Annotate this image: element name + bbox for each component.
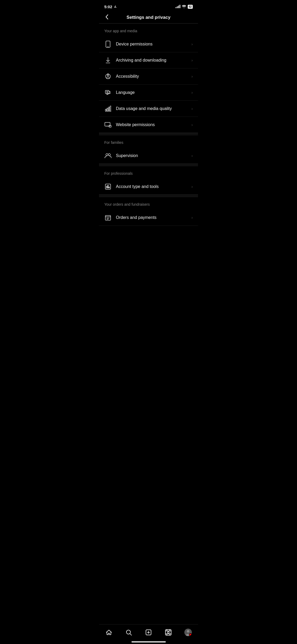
download-icon bbox=[104, 57, 112, 64]
data-usage-label: Data usage and media quality bbox=[116, 106, 172, 111]
svg-rect-27 bbox=[105, 215, 111, 220]
website-permissions-label: Website permissions bbox=[116, 122, 155, 127]
svg-line-9 bbox=[109, 77, 109, 78]
section-title-orders: Your orders and fundraisers bbox=[99, 197, 198, 210]
accessibility-label: Accessibility bbox=[116, 74, 139, 79]
chevron-icon: › bbox=[191, 58, 193, 62]
svg-rect-0 bbox=[106, 41, 110, 47]
svg-line-8 bbox=[107, 77, 107, 78]
website-icon bbox=[104, 121, 112, 128]
supervision-label: Supervision bbox=[116, 153, 138, 158]
svg-rect-25 bbox=[108, 185, 109, 188]
back-button[interactable] bbox=[104, 13, 110, 22]
svg-point-22 bbox=[108, 154, 110, 156]
svg-rect-26 bbox=[109, 187, 110, 188]
menu-item-accessibility[interactable]: Accessibility › bbox=[99, 68, 198, 85]
section-divider-2 bbox=[99, 164, 198, 166]
menu-item-orders-payments[interactable]: Orders and payments › bbox=[99, 210, 198, 226]
status-bar: 5:02 62 bbox=[99, 0, 198, 12]
signal-icon bbox=[176, 5, 180, 8]
data-usage-icon bbox=[104, 105, 112, 112]
section-title-app-media: Your app and media bbox=[99, 24, 198, 36]
status-time: 5:02 bbox=[104, 4, 117, 9]
svg-rect-23 bbox=[105, 184, 111, 189]
section-title-families: For families bbox=[99, 135, 198, 148]
status-icons: 62 bbox=[176, 5, 193, 9]
svg-point-21 bbox=[106, 154, 108, 156]
language-label: Language bbox=[116, 90, 135, 95]
svg-rect-17 bbox=[110, 106, 111, 111]
menu-item-supervision[interactable]: Supervision › bbox=[99, 148, 198, 164]
orders-payments-label: Orders and payments bbox=[116, 215, 157, 220]
chevron-icon: › bbox=[191, 154, 193, 158]
page-header: Settings and privacy bbox=[99, 12, 198, 24]
archiving-label: Archiving and downloading bbox=[116, 58, 166, 63]
chevron-icon: › bbox=[191, 74, 193, 79]
supervision-icon bbox=[104, 152, 112, 159]
chevron-icon: › bbox=[191, 90, 193, 95]
device-permissions-label: Device permissions bbox=[116, 42, 153, 47]
menu-item-data-usage[interactable]: Data usage and media quality › bbox=[99, 101, 198, 117]
menu-item-device-permissions[interactable]: Device permissions › bbox=[99, 36, 198, 52]
svg-rect-18 bbox=[105, 122, 110, 126]
accessibility-icon bbox=[104, 73, 112, 80]
section-professionals: For professionals Account type and tools… bbox=[99, 166, 198, 195]
wifi-icon bbox=[182, 5, 186, 8]
menu-item-language[interactable]: Language › bbox=[99, 85, 198, 101]
section-orders: Your orders and fundraisers Orders and p… bbox=[99, 197, 198, 226]
section-families: For families Supervision › bbox=[99, 135, 198, 164]
svg-rect-16 bbox=[109, 107, 110, 111]
settings-content: Your app and media Device permissions › bbox=[99, 24, 198, 250]
language-icon bbox=[104, 89, 112, 96]
account-type-label: Account type and tools bbox=[116, 184, 159, 189]
account-tools-icon bbox=[104, 183, 112, 190]
phone-icon bbox=[104, 40, 112, 48]
section-divider-3 bbox=[99, 195, 198, 197]
menu-item-account-type[interactable]: Account type and tools › bbox=[99, 179, 198, 195]
orders-icon bbox=[104, 214, 112, 221]
page-title: Settings and privacy bbox=[126, 15, 170, 20]
chevron-icon: › bbox=[191, 123, 193, 127]
section-divider-1 bbox=[99, 133, 198, 135]
chevron-icon: › bbox=[191, 215, 193, 220]
chevron-icon: › bbox=[191, 185, 193, 189]
menu-item-website-permissions[interactable]: Website permissions › bbox=[99, 117, 198, 133]
svg-rect-15 bbox=[107, 108, 108, 111]
svg-rect-14 bbox=[105, 109, 106, 111]
section-app-media: Your app and media Device permissions › bbox=[99, 24, 198, 133]
menu-item-archiving[interactable]: Archiving and downloading › bbox=[99, 52, 198, 68]
battery-icon: 62 bbox=[188, 5, 193, 9]
svg-rect-24 bbox=[106, 186, 107, 188]
chevron-icon: › bbox=[191, 42, 193, 46]
section-title-professionals: For professionals bbox=[99, 166, 198, 179]
chevron-icon: › bbox=[191, 107, 193, 111]
